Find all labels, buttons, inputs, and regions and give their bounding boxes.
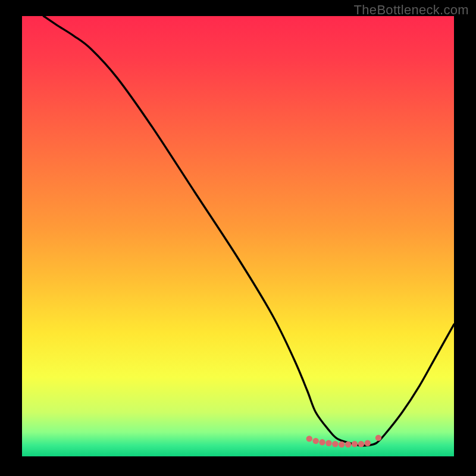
marker-dot	[345, 441, 351, 447]
marker-dot	[358, 441, 364, 447]
gradient-background	[22, 16, 454, 456]
marker-dot	[365, 440, 371, 446]
bottleneck-chart	[22, 16, 454, 456]
marker-dot	[312, 438, 318, 444]
marker-dot	[352, 441, 358, 447]
marker-dot	[332, 441, 338, 447]
chart-frame: TheBottleneck.com	[0, 0, 476, 476]
marker-dot	[325, 440, 331, 446]
marker-dot	[375, 435, 381, 441]
marker-dot	[306, 436, 312, 441]
marker-dot	[339, 441, 345, 447]
plot-area	[22, 16, 454, 456]
marker-dot	[319, 439, 325, 445]
watermark-text: TheBottleneck.com	[354, 2, 469, 18]
